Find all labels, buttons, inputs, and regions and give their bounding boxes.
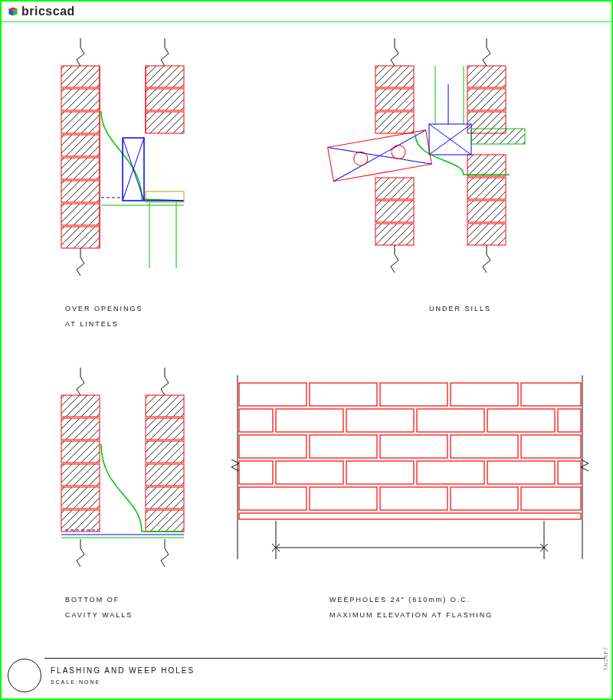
svg-rect-49: [146, 395, 184, 417]
label-detail2-line1: UNDER SILLS: [429, 305, 491, 312]
svg-rect-39: [471, 129, 525, 144]
label-detail4-line1: WEEPHOLES 24" (610mm) O.C.: [329, 596, 470, 604]
frame-left: [0, 0, 2, 700]
svg-rect-64: [521, 383, 581, 406]
svg-rect-3: [61, 66, 100, 87]
svg-rect-12: [146, 89, 184, 110]
page: bricscad: [0, 0, 613, 700]
frame-top: [0, 0, 613, 2]
bricscad-logo-icon: [8, 6, 18, 17]
svg-rect-80: [487, 461, 555, 484]
svg-rect-82: [239, 487, 306, 510]
title-circle-icon: [8, 659, 41, 692]
svg-rect-78: [346, 461, 414, 484]
detail-elevation-weepholes: [230, 375, 590, 582]
svg-rect-10: [61, 227, 100, 248]
svg-rect-50: [146, 418, 184, 440]
svg-rect-85: [451, 487, 518, 510]
svg-rect-62: [380, 383, 447, 406]
svg-rect-69: [487, 409, 555, 432]
title-text: FLASHING AND WEEP HOLES SCALE:NONE: [51, 666, 195, 685]
svg-rect-23: [375, 178, 414, 199]
svg-rect-32: [467, 224, 506, 245]
svg-rect-4: [61, 89, 100, 110]
svg-rect-81: [558, 461, 581, 484]
svg-rect-79: [417, 461, 484, 484]
svg-rect-20: [375, 66, 414, 87]
svg-rect-71: [239, 435, 306, 458]
svg-rect-9: [61, 204, 100, 225]
title-scale: SCALE:NONE: [51, 679, 195, 685]
detail-bottom-cavity: [54, 368, 192, 590]
svg-rect-46: [61, 464, 100, 486]
svg-rect-11: [146, 66, 184, 87]
label-detail3-line2: CAVITY WALLS: [65, 611, 133, 619]
header: bricscad: [8, 5, 75, 18]
svg-rect-66: [276, 409, 343, 432]
title-main: FLASHING AND WEEP HOLES: [51, 666, 195, 675]
svg-rect-51: [146, 441, 184, 463]
detail-under-sills: [322, 38, 559, 291]
svg-rect-48: [61, 510, 100, 532]
svg-rect-6: [61, 135, 100, 156]
label-detail3-line1: BOTTOM OF: [65, 596, 120, 604]
svg-rect-54: [146, 510, 184, 532]
svg-rect-30: [467, 178, 506, 199]
svg-rect-87: [239, 513, 581, 519]
svg-rect-52: [146, 464, 184, 486]
svg-rect-76: [239, 461, 273, 484]
svg-rect-21: [375, 89, 414, 110]
svg-rect-7: [61, 158, 100, 179]
svg-rect-29: [467, 155, 506, 176]
svg-rect-53: [146, 487, 184, 509]
svg-rect-24: [375, 201, 414, 222]
svg-rect-75: [521, 435, 581, 458]
svg-rect-61: [310, 383, 377, 406]
svg-rect-26: [467, 66, 506, 87]
svg-rect-86: [521, 487, 581, 510]
detail-over-openings: [54, 38, 192, 291]
svg-rect-27: [467, 89, 506, 110]
svg-rect-84: [380, 487, 447, 510]
svg-rect-8: [61, 181, 100, 202]
svg-rect-73: [380, 435, 447, 458]
svg-rect-13: [146, 112, 184, 133]
svg-rect-25: [375, 224, 414, 245]
title-block: FLASHING AND WEEP HOLES SCALE:NONE: [8, 659, 195, 692]
brand-text: bricscad: [21, 5, 75, 18]
svg-rect-72: [310, 435, 377, 458]
drawing-code: TN24P7: [603, 646, 608, 671]
svg-rect-63: [451, 383, 518, 406]
svg-rect-74: [451, 435, 518, 458]
svg-rect-67: [346, 409, 414, 432]
svg-rect-47: [61, 487, 100, 509]
svg-rect-70: [558, 409, 581, 432]
svg-rect-44: [61, 418, 100, 440]
svg-rect-65: [239, 409, 273, 432]
svg-rect-77: [276, 461, 343, 484]
header-underline: [2, 21, 611, 22]
label-detail4-line2: MAXIMUM ELEVATION AT FLASHING: [329, 611, 493, 619]
svg-rect-68: [417, 409, 484, 432]
svg-rect-83: [310, 487, 377, 510]
svg-rect-31: [467, 201, 506, 222]
label-detail1-line2: AT LINTELS: [65, 320, 119, 328]
svg-rect-60: [239, 383, 306, 406]
label-detail1-line1: OVER OPENINGS: [65, 305, 143, 312]
svg-rect-45: [61, 441, 100, 463]
svg-rect-43: [61, 395, 100, 417]
svg-rect-22: [375, 112, 414, 133]
svg-rect-5: [61, 112, 100, 133]
